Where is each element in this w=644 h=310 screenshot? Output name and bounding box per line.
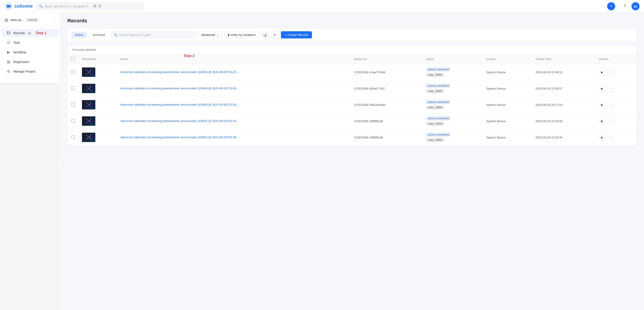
sidebar-item-records[interactable]: 🎞 Records (8) Step 1 — [2, 29, 58, 37]
records-section: 0 records selected Thumbnail Name Step 2… — [68, 45, 637, 146]
more-button-1[interactable]: ··· — [607, 85, 614, 92]
advanced-button[interactable]: Advanced ⌄ — [198, 32, 222, 38]
label-code-0: code_10004 — [426, 72, 444, 77]
device-id-1: COSCENE-6f5ee171d7 — [354, 87, 385, 90]
create-time-1: 2023-09-26 21:09:57 — [536, 87, 562, 90]
record-name-4[interactable]: Abnormal calibration of steering potenti… — [120, 136, 239, 139]
workflow-icon: ▶ — [6, 50, 11, 54]
creator-1: System Device — [486, 87, 506, 90]
sidebar-item-task[interactable]: ☑ Task — [2, 38, 58, 47]
help-button[interactable]: ? — [621, 2, 629, 10]
col-creator: Creator — [483, 54, 532, 64]
chart-icon: 📊 — [263, 33, 267, 37]
topbar-divider — [618, 4, 618, 9]
filter-bar: Active Archived 🔍 Advanced ⌄ ⧫ Only my c… — [68, 28, 637, 42]
play-button-2[interactable]: ▶ — [599, 102, 605, 108]
create-time-4: 2023-09-26 10:40:34 — [536, 136, 562, 139]
record-name-0[interactable]: Abnormal calibration of steering potenti… — [120, 70, 239, 74]
play-button-4[interactable]: ▶ — [599, 134, 605, 141]
logo[interactable]: coScene — [4, 2, 32, 10]
creator-3: System Device — [486, 120, 506, 123]
label-upload-4: upload completed — [426, 132, 451, 137]
chart-button[interactable]: 📊 — [261, 31, 269, 39]
creator-0: System Device — [486, 70, 506, 74]
table-row: Abnormal calibration of steering potenti… — [68, 113, 637, 129]
add-button[interactable]: + — [607, 2, 615, 10]
create-time-3: 2023-09-26 10:43:38 — [536, 120, 562, 123]
chevron-left-icon: ‹ — [60, 160, 61, 163]
col-device-id: Device ID — [350, 54, 422, 64]
chevron-icon: ⌄ — [53, 18, 56, 22]
actions-cell-4: ▶ ··· — [599, 134, 633, 141]
avatar[interactable]: yu — [632, 2, 640, 10]
more-button-0[interactable]: ··· — [607, 69, 614, 76]
row-checkbox-3[interactable] — [71, 119, 75, 122]
kbd-cmd: ⌘ — [92, 4, 97, 8]
sidebar-project[interactable]: ▤ auto-up... Internal ⌄ — [0, 15, 60, 24]
row-checkbox-2[interactable] — [71, 103, 75, 106]
refresh-button[interactable]: ↻ — [271, 31, 279, 39]
thumbnail-1 — [82, 84, 95, 93]
thumbnail-0 — [82, 68, 95, 77]
search-wrap[interactable]: 🔍 — [111, 32, 196, 38]
sidebar-wrapper: ▤ auto-up... Internal ⌄ 🎞 Records (8) St… — [0, 12, 60, 310]
task-icon: ☑ — [6, 40, 11, 45]
col-name: Name Step 2 — [117, 54, 350, 64]
more-button-3[interactable]: ··· — [607, 118, 614, 124]
col-actions: Actions — [595, 54, 637, 64]
search-placeholder: Quick operations or navigate to... — [45, 4, 90, 8]
actions-cell-1: ▶ ··· — [599, 85, 633, 92]
play-button-0[interactable]: ▶ — [599, 69, 605, 76]
actions-cell-2: ▶ ··· — [599, 102, 633, 108]
sidebar-item-manage-project[interactable]: ⚙ Manage Project — [2, 67, 58, 76]
device-id-4: COSCENE-26f8ff5cdb — [354, 136, 383, 139]
label-code-3: code_10004 — [426, 122, 444, 126]
records-selected-count: 0 records selected — [68, 45, 637, 54]
row-checkbox-0[interactable] — [71, 70, 75, 74]
svg-point-1 — [8, 5, 10, 7]
creator-4: System Device — [486, 136, 506, 139]
regression-icon: ▤ — [6, 60, 11, 64]
more-button-2[interactable]: ··· — [607, 102, 614, 108]
sidebar-divider1 — [0, 26, 60, 26]
advanced-label: Advanced — [201, 33, 215, 37]
global-search[interactable]: 🔍 Quick operations or navigate to... ⌘ K — [36, 3, 143, 10]
col-labels: Labels — [422, 54, 482, 64]
device-id-3: COSCENE-26f8ff5cdb — [354, 120, 383, 123]
search-input[interactable] — [119, 33, 193, 37]
refresh-icon: ↻ — [273, 33, 276, 37]
folder-icon: ▤ — [4, 18, 8, 22]
help-icon: ? — [624, 4, 626, 8]
sidebar-item-workflow[interactable]: ▶ Workflow — [2, 48, 58, 56]
label-upload-3: upload completed — [426, 116, 451, 120]
record-name-3[interactable]: Abnormal calibration of steering potenti… — [120, 119, 239, 122]
sidebar: ▤ auto-up... Internal ⌄ 🎞 Records (8) St… — [0, 12, 60, 83]
row-checkbox-1[interactable] — [71, 86, 75, 90]
table-row: Abnormal calibration of steering potenti… — [68, 80, 637, 97]
tab-active[interactable]: Active — [71, 32, 87, 38]
create-record-button[interactable]: + Create Record — [281, 31, 312, 38]
my-creations-button[interactable]: ⧫ Only my creations — [225, 32, 259, 38]
play-button-1[interactable]: ▶ — [599, 85, 605, 92]
record-name-2[interactable]: Abnormal calibration of steering potenti… — [120, 103, 239, 106]
actions-cell-0: ▶ ··· — [599, 69, 633, 76]
chevron-down-icon: ⌄ — [216, 33, 219, 37]
settings-icon: ⚙ — [6, 69, 11, 74]
page-title: Records — [68, 18, 637, 24]
search-icon: 🔍 — [114, 33, 118, 37]
tab-archived[interactable]: Archived — [89, 32, 108, 38]
row-checkbox-4[interactable] — [71, 135, 75, 139]
play-button-3[interactable]: ▶ — [599, 118, 605, 124]
creator-2: System Device — [486, 103, 506, 106]
records-table: Thumbnail Name Step 2 Device ID Labels C… — [68, 54, 637, 146]
sidebar-collapse-button[interactable]: ‹ — [58, 158, 63, 164]
filter-icon: ⧫ — [228, 33, 229, 37]
select-all-checkbox[interactable] — [71, 57, 75, 60]
my-creations-label: Only my creations — [231, 33, 256, 37]
more-button-4[interactable]: ··· — [607, 134, 614, 141]
records-icon: 🎞 — [6, 31, 11, 35]
sidebar-item-regression[interactable]: ▤ Regression — [2, 58, 58, 66]
actions-cell-3: ▶ ··· — [599, 118, 633, 124]
record-name-1[interactable]: Abnormal calibration of steering potenti… — [120, 87, 239, 90]
device-id-2: COSCENE-65b1e9c890 — [354, 103, 386, 106]
